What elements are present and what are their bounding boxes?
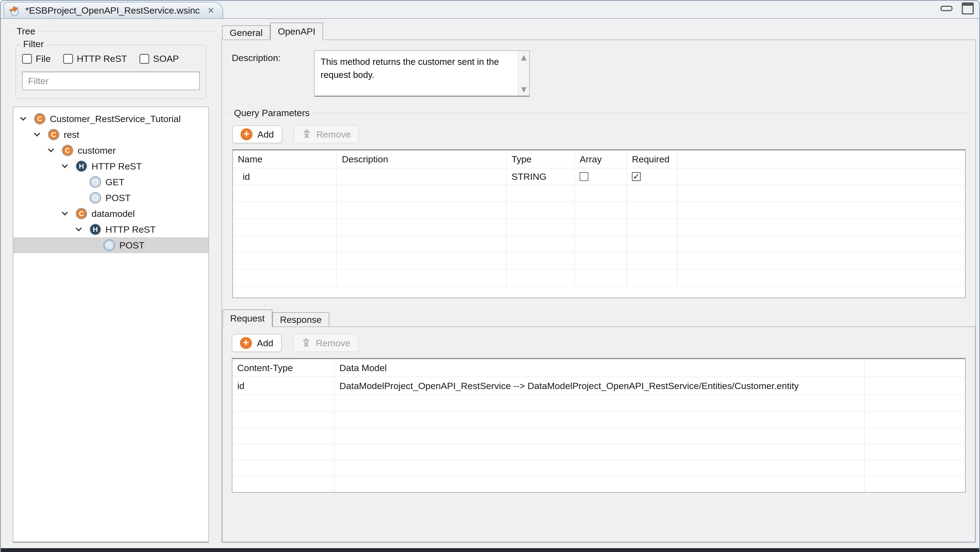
remove-button[interactable]: Remove	[294, 125, 359, 143]
filter-input[interactable]	[22, 72, 200, 90]
column-header-name[interactable]: Name	[233, 150, 337, 168]
tree-item-http-rest-datamodel[interactable]: H HTTP ReST	[13, 221, 208, 237]
window-controls	[940, 2, 974, 18]
chevron-down-icon[interactable]	[63, 164, 76, 169]
close-icon[interactable]: ✕	[208, 6, 214, 15]
tree-item-rest[interactable]: C rest	[13, 127, 208, 143]
chevron-down-icon[interactable]	[21, 117, 34, 121]
empty-row[interactable]	[232, 395, 965, 411]
cell-array[interactable]	[575, 169, 627, 185]
filter-option-soap[interactable]: SOAP	[140, 53, 179, 64]
empty-row[interactable]	[232, 444, 965, 460]
cell-description[interactable]	[337, 169, 507, 185]
chevron-down-icon[interactable]	[35, 132, 48, 137]
operation-icon: O	[103, 240, 115, 251]
scroll-up-icon[interactable]: ▲	[521, 54, 527, 61]
empty-row[interactable]	[233, 185, 965, 202]
chevron-spacer	[76, 180, 90, 184]
tree-item-datamodel[interactable]: C datamodel	[13, 206, 208, 221]
chevron-down-icon[interactable]	[63, 212, 76, 216]
cell-data-model[interactable]: DataModelProject_OpenAPI_RestService -->…	[334, 377, 865, 395]
container-icon: C	[34, 113, 46, 124]
required-checkbox[interactable]: ✓	[632, 172, 641, 181]
column-header-data-model[interactable]: Data Model	[334, 359, 865, 377]
empty-row[interactable]	[233, 202, 965, 219]
window-bottom-edge	[1, 548, 979, 552]
query-parameters-toolbar: + Add Remove	[232, 125, 975, 143]
tab-general[interactable]: General	[222, 25, 270, 40]
minimize-icon[interactable]	[940, 6, 953, 11]
cell-name[interactable]: id	[233, 169, 337, 185]
title-bar: *ESBProject_OpenAPI_RestService.wsinc ✕	[1, 1, 979, 19]
legend-dash	[226, 113, 230, 113]
container-icon: C	[76, 208, 87, 220]
tree-item-label: HTTP ReST	[105, 224, 156, 235]
tree-item-label: Customer_RestService_Tutorial	[50, 114, 181, 124]
description-textarea[interactable]: This method returns the customer sent in…	[314, 50, 530, 97]
add-button[interactable]: + Add	[232, 125, 282, 143]
maximize-icon[interactable]	[962, 2, 974, 14]
editor-panel: General OpenAPI Description: This method…	[219, 19, 979, 548]
empty-row[interactable]	[233, 236, 965, 253]
column-header-type[interactable]: Type	[507, 150, 575, 168]
empty-row[interactable]	[233, 270, 965, 286]
cell-filler	[678, 169, 965, 185]
checkbox-file[interactable]	[22, 54, 32, 64]
description-scrollbar[interactable]: ▲ ▼	[518, 51, 529, 95]
column-header-description[interactable]: Description	[337, 150, 507, 168]
empty-row[interactable]	[232, 428, 965, 444]
empty-row[interactable]	[232, 477, 965, 493]
table-row-id[interactable]: id DataModelProject_OpenAPI_RestService …	[232, 377, 965, 395]
scroll-down-icon[interactable]: ▼	[521, 86, 527, 93]
cell-content-type[interactable]: id	[232, 377, 334, 395]
column-header-array[interactable]: Array	[575, 150, 627, 168]
request-content-table: Content-Type Data Model id DataModelProj…	[232, 358, 966, 493]
table-header-row: Name Description Type Array Required	[233, 150, 965, 169]
column-header-filler	[865, 359, 965, 377]
add-button-request[interactable]: + Add	[232, 334, 282, 352]
empty-row[interactable]	[232, 411, 965, 428]
tab-request[interactable]: Request	[223, 310, 272, 327]
filter-option-http-rest[interactable]: HTTP ReST	[63, 53, 127, 64]
tab-response[interactable]: Response	[272, 312, 329, 326]
tree-item-post-datamodel-selected[interactable]: O POST	[13, 237, 208, 253]
array-checkbox[interactable]	[580, 172, 588, 181]
filter-option-file[interactable]: File	[22, 53, 51, 64]
remove-trash-icon	[302, 129, 312, 139]
table-row-id[interactable]: id STRING ✓	[233, 169, 965, 185]
tree-item-get[interactable]: O GET	[13, 174, 208, 190]
checkbox-soap-label: SOAP	[153, 53, 179, 64]
checkbox-http-rest-label: HTTP ReST	[77, 53, 127, 64]
http-binding-icon: H	[90, 224, 101, 235]
tab-openapi[interactable]: OpenAPI	[270, 22, 323, 40]
description-text[interactable]: This method returns the customer sent in…	[315, 51, 518, 95]
remove-trash-icon	[301, 338, 311, 348]
chevron-down-icon[interactable]	[49, 148, 62, 153]
legend-line	[313, 113, 971, 113]
checkbox-http-rest[interactable]	[63, 54, 73, 64]
tree-item-customer-restservice-tutorial[interactable]: C Customer_RestService_Tutorial	[13, 111, 208, 127]
tree-item-http-rest-customer[interactable]: H HTTP ReST	[13, 158, 208, 174]
column-header-filler	[678, 150, 965, 168]
cell-type[interactable]: STRING	[507, 169, 575, 185]
tree-item-post-customer[interactable]: O POST	[13, 190, 208, 206]
tree-item-customer[interactable]: C customer	[13, 143, 208, 158]
add-icon: +	[240, 337, 252, 349]
cell-required[interactable]: ✓	[627, 169, 678, 185]
description-label: Description:	[232, 50, 314, 97]
empty-row[interactable]	[233, 219, 965, 236]
column-header-required[interactable]: Required	[627, 150, 678, 168]
document-tab[interactable]: *ESBProject_OpenAPI_RestService.wsinc ✕	[3, 2, 223, 18]
document-title: *ESBProject_OpenAPI_RestService.wsinc	[25, 5, 200, 16]
checkbox-file-label: File	[36, 53, 51, 64]
description-row: Description: This method returns the cus…	[232, 50, 975, 97]
chevron-spacer	[91, 243, 103, 247]
checkbox-soap[interactable]	[140, 54, 149, 64]
chevron-down-icon[interactable]	[76, 227, 90, 232]
operation-icon: O	[90, 176, 101, 188]
column-header-content-type[interactable]: Content-Type	[232, 359, 334, 377]
empty-row[interactable]	[233, 253, 965, 270]
remove-button-request[interactable]: Remove	[293, 334, 359, 352]
empty-row[interactable]	[232, 460, 965, 477]
legend-line	[39, 31, 216, 32]
